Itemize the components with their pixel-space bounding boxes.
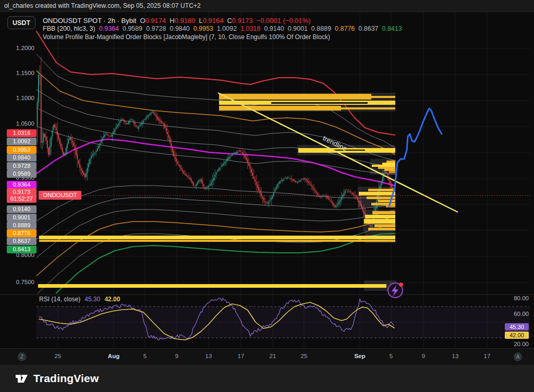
- fbb-value: 0.9589: [123, 25, 142, 32]
- ohlc-low: L0.9164: [199, 17, 223, 24]
- price-level-label: 1.0092: [7, 138, 37, 145]
- currency-pair-label: USDT: [13, 19, 30, 27]
- fbb-value: 0.9001: [288, 25, 308, 32]
- rsi-value-label: 42.00: [505, 332, 529, 339]
- fbb-value: 0.9953: [193, 25, 213, 32]
- price-level-label: 0.9001: [7, 214, 37, 222]
- rsi-axis-label: 60.00: [494, 311, 529, 317]
- time-axis-tick: Aug: [108, 353, 119, 359]
- price-level-label: 0.9589: [7, 170, 37, 178]
- price-level-label: 0.8413: [7, 246, 37, 253]
- fbb-value: 0.8637: [358, 25, 378, 32]
- time-axis-tick: 17: [238, 353, 245, 359]
- price-axis-label: 1.2000: [0, 45, 34, 51]
- time-axis-tick: 5: [390, 353, 393, 359]
- footer-bar: TradingView: [0, 365, 534, 392]
- price-level-label: 0.8637: [7, 237, 37, 245]
- flash-alert-button[interactable]: [388, 283, 403, 298]
- volume-profile-indicator-name: Volume Profile Bar-Magnified Order Block…: [43, 33, 330, 41]
- fbb-value: 0.8776: [335, 25, 355, 32]
- fbb-value: 1.0092: [217, 25, 237, 32]
- fbb-indicator-name: FBB (200, hlc3, 3): [43, 25, 95, 32]
- rsi-value-label: 45.30: [505, 323, 529, 330]
- legend-symbol-row[interactable]: ONDOUSDT SPOT · 2h · Bybit O0.9174 H0.91…: [43, 17, 311, 24]
- current-price-value: 0.9173: [7, 189, 37, 195]
- price-axis-label: 1.0500: [0, 120, 34, 127]
- fbb-value: 0.9364: [99, 25, 119, 32]
- price-level-label: 0.9728: [7, 162, 37, 170]
- symbol-title: ONDOUSDT SPOT · 2h · Bybit: [43, 17, 136, 24]
- tradingview-logo-text: TradingView: [33, 372, 99, 385]
- price-axis-label: 0.7500: [0, 279, 34, 285]
- rsi-value: 45.30: [84, 296, 100, 303]
- tradingview-logo-icon: [15, 372, 29, 386]
- time-axis-tick: 9: [422, 353, 425, 359]
- price-axis-label: 1.1500: [0, 70, 34, 76]
- fbb-value: 0.8889: [311, 25, 331, 32]
- price-level-label: 1.0316: [7, 129, 37, 137]
- symbol-price-tag: ONDOUSDT: [39, 191, 81, 200]
- fbb-value: 0.9728: [146, 25, 166, 32]
- ohlc-close: C0.9173: [227, 17, 252, 24]
- time-axis[interactable]: Z A 25Aug5913172125Sep591317: [0, 348, 534, 365]
- time-axis-tick: 25: [55, 353, 62, 359]
- bar-countdown: 01:52:27: [7, 195, 37, 202]
- price-level-label: 0.8889: [7, 222, 37, 229]
- replay-z-badge[interactable]: Z: [18, 352, 27, 361]
- tradingview-chart-window: ol_charles created with TradingView.com,…: [0, 0, 534, 392]
- current-price-label: 0.9173 01:52:27: [7, 188, 37, 203]
- currency-pair-button[interactable]: USDT: [7, 16, 35, 29]
- fbb-value: 0.9140: [264, 25, 284, 32]
- replay-a-badge[interactable]: A: [514, 352, 523, 361]
- rsi-ma-value: 42.00: [104, 296, 120, 303]
- legend-volume-profile-row[interactable]: Volume Profile Bar-Magnified Order Block…: [43, 33, 330, 41]
- price-change: −0.0001 (−0.01%): [257, 17, 311, 24]
- time-axis-tick: 25: [301, 353, 308, 359]
- time-axis-tick: 17: [484, 353, 491, 359]
- time-axis-tick: 9: [175, 353, 178, 359]
- fbb-value: 0.8413: [382, 25, 402, 32]
- rsi-indicator-name: RSI (14, close): [39, 296, 80, 303]
- price-axis-label: 1.1000: [0, 95, 34, 101]
- time-axis-tick: 13: [452, 353, 459, 359]
- ohlc-open: O0.9174: [140, 17, 166, 24]
- price-level-label: 0.9840: [7, 154, 37, 162]
- legend-fbb-row[interactable]: FBB (200, hlc3, 3) 0.93640.95890.97280.9…: [43, 25, 402, 32]
- rsi-axis-label: 80.00: [494, 295, 529, 301]
- tradingview-logo[interactable]: TradingView: [15, 372, 99, 386]
- price-level-label: 0.9364: [7, 181, 37, 189]
- price-level-label: 0.9140: [7, 205, 37, 213]
- rsi-axis-label: 20.00: [494, 341, 529, 347]
- fbb-values: 0.93640.95890.97280.98400.99531.00921.03…: [99, 25, 402, 32]
- price-level-label: 0.8776: [7, 229, 37, 237]
- ohlc-high: H0.9180: [169, 17, 195, 24]
- time-axis-tick: 21: [270, 353, 276, 359]
- time-axis-tick: 5: [143, 353, 147, 359]
- fbb-value: 0.9840: [169, 25, 189, 32]
- price-level-label: 0.9953: [7, 146, 37, 154]
- rsi-legend[interactable]: RSI (14, close) 45.30 42.00: [39, 296, 120, 303]
- time-axis-tick: Sep: [354, 353, 365, 359]
- fbb-value: 1.0316: [240, 25, 260, 32]
- time-axis-tick: 13: [205, 353, 212, 359]
